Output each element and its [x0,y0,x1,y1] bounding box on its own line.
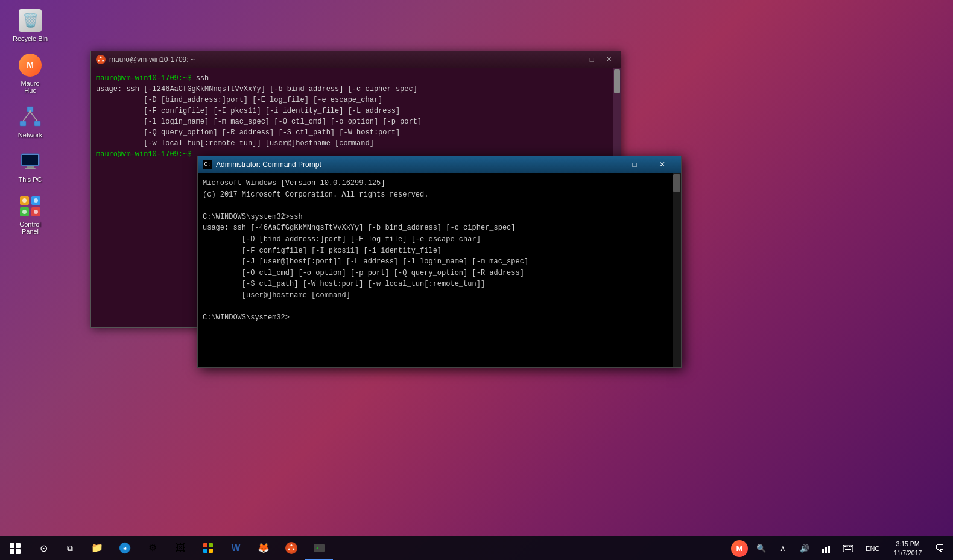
cmd-line-8: [-J [user@]host[:port]] [-L address] [-l… [203,256,676,268]
tray-show-hidden-button[interactable]: ∧ [772,536,794,561]
chevron-up-icon: ∧ [780,544,786,553]
task-view-icon: ⧉ [67,543,73,553]
taskbar-terminal[interactable]: >_ [305,536,333,561]
tray-time: 3:15 PM [896,540,919,549]
svg-line-3 [23,112,30,121]
tray-volume-icon[interactable]: 🔊 [794,536,815,561]
tray-language-icon[interactable]: ENG [859,536,887,561]
ubuntu-icon [285,542,297,554]
cmd-maximize-button[interactable]: □ [621,156,648,173]
windows-logo-icon [10,543,21,554]
svg-rect-1 [20,121,26,126]
firefox-icon: 🦊 [258,542,270,553]
svg-rect-9 [25,168,36,169]
this-pc-label: This PC [18,176,42,183]
cmd-line-5: usage: ssh [-46AaCfGgKkMNnqsTtVvXxYy] [-… [203,222,676,234]
mauro-huc-icon[interactable]: M MauroHuc [6,51,54,96]
taskbar-store[interactable] [194,536,222,561]
tray-network-icon[interactable] [815,536,837,561]
svg-rect-38 [844,546,846,547]
ubuntu-line-5: [-l login_name] [-m mac_spec] [-O ctl_cm… [96,116,616,127]
svg-point-20 [102,60,104,61]
control-panel-label: ControlPanel [19,221,40,235]
notification-icon: 🗨 [935,543,945,554]
recycle-bin-label: Recycle Bin [13,35,48,42]
taskbar-word[interactable]: W [222,536,250,561]
cmd-terminal-title: Administrator: Command Prompt [216,160,321,169]
svg-point-16 [22,210,27,214]
mauro-huc-label: MauroHuc [21,80,39,94]
taskbar-photos[interactable]: 🖼 [166,536,194,561]
cmd-line-13: C:\WINDOWS\system32> [203,312,676,324]
cmd-terminal-titlebar[interactable]: C: Administrator: Command Prompt ─ □ ✕ [198,156,681,173]
cmd-line-4: C:\WINDOWS\system32>ssh [203,212,676,223]
cmd-line-1: Microsoft Windows [Version 10.0.16299.12… [203,178,676,189]
terminal-icon: >_ [313,542,325,554]
cmd-line-10: [-S ctl_path] [-W host:port] [-w local_t… [203,278,676,290]
task-view-button[interactable]: ⧉ [57,536,83,561]
cmd-line-2: (c) 2017 Microsoft Corporation. All righ… [203,189,676,201]
svg-rect-41 [851,546,852,547]
tray-notification-button[interactable]: 🗨 [929,536,951,561]
svg-rect-40 [849,546,850,547]
cmd-logo: C: [203,160,212,169]
cmd-scrollbar[interactable] [673,173,681,367]
ubuntu-minimize-button[interactable]: ─ [568,54,582,65]
photos-icon: 🖼 [176,543,185,553]
cortana-icon: 🔍 [756,544,766,553]
search-icon: ⊙ [40,543,48,554]
ubuntu-line-4: [-F configfile] [-I pkcs11] [-i identity… [96,105,616,116]
ubuntu-terminal-titlebar[interactable]: mauro@vm-win10-1709: ~ ─ □ ✕ [91,51,621,68]
taskbar-file-explorer[interactable]: 📁 [83,536,111,561]
svg-rect-26 [203,549,207,553]
svg-rect-34 [822,549,824,553]
taskbar: ⊙ ⧉ 📁 e ⚙ 🖼 W 🦊 [0,536,953,560]
cmd-terminal-window: C: Administrator: Command Prompt ─ □ ✕ M… [197,156,682,368]
ubuntu-line-7: [-w local_tun[:remote_tun]] [user@]hostn… [96,138,616,149]
control-panel-icon[interactable]: ControlPanel [6,192,54,238]
cmd-scrollbar-thumb [673,174,680,192]
ubuntu-maximize-button[interactable]: □ [584,54,599,65]
cmd-minimize-button[interactable]: ─ [593,156,621,173]
cmd-terminal-content[interactable]: Microsoft Windows [Version 10.0.16299.12… [198,173,681,367]
recycle-bin-icon[interactable]: 🗑️ Recycle Bin [6,6,54,45]
svg-point-31 [288,548,290,550]
tray-date: 11/7/2017 [894,549,922,558]
taskbar-firefox[interactable]: 🦊 [250,536,277,561]
ubuntu-logo [96,55,106,64]
svg-rect-35 [825,547,827,553]
tray-keyboard-icon[interactable] [837,536,859,561]
taskbar-settings[interactable]: ⚙ [139,536,166,561]
svg-rect-36 [828,546,830,553]
ubuntu-line-3: [-D [bind_address:]port] [-E log_file] [… [96,95,616,105]
svg-text:e: e [123,545,127,552]
network-icon[interactable]: Network [6,102,54,141]
taskbar-search-button[interactable]: ⊙ [30,536,57,561]
svg-point-21 [98,60,100,61]
cmd-close-button[interactable]: ✕ [648,156,676,173]
tray-avatar[interactable]: M [729,536,750,561]
cmd-line-6: [-D [bind_address:]port] [-E log_file] [… [203,234,676,245]
ubuntu-line-1: mauro@vm-win10-1709:~$ ssh [96,73,616,84]
tray-search-icon[interactable]: 🔍 [750,536,772,561]
ubuntu-close-button[interactable]: ✕ [601,54,616,65]
ubuntu-line-2: usage: ssh [-1246AaCfGgKkMNnqsTtVvXxYy] … [96,84,616,95]
taskbar-edge[interactable]: e [111,536,139,561]
ubuntu-terminal-title: mauro@vm-win10-1709: ~ [109,55,195,64]
svg-rect-39 [847,546,848,547]
svg-point-30 [293,548,294,550]
taskbar-ubuntu[interactable] [277,536,305,561]
svg-rect-24 [203,543,207,547]
svg-rect-37 [843,545,853,552]
svg-rect-8 [27,166,34,168]
cmd-line-9: [-O ctl_cmd] [-o option] [-p port] [-Q q… [203,268,676,279]
this-pc-icon[interactable]: This PC [6,147,54,186]
desktop-icons: 🗑️ Recycle Bin M MauroHuc Network [6,6,54,238]
start-button[interactable] [0,536,30,561]
tray-clock[interactable]: 3:15 PM 11/7/2017 [887,536,929,561]
cmd-terminal-controls: ─ □ ✕ [593,156,676,173]
system-tray: M 🔍 ∧ 🔊 [729,536,953,561]
cmd-line-3 [203,200,676,212]
cmd-line-7: [-F configfile] [-I pkcs11] [-i identity… [203,245,676,257]
svg-text:>_: >_ [316,546,321,550]
